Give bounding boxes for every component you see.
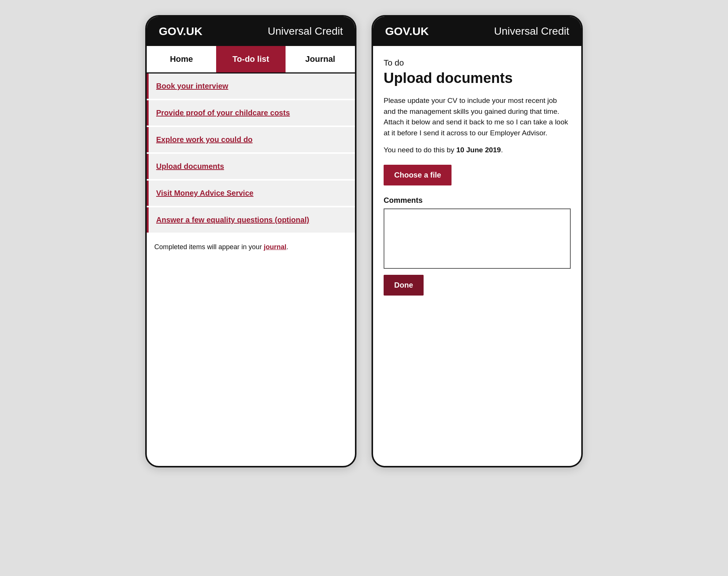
left-phone: GOV.UK Universal Credit Home To-do list … [145,15,356,467]
completed-text-before: Completed items will appear in your [154,243,264,251]
todo-item-childcare: Provide proof of your childcare costs [147,100,355,126]
todo-link-book-interview[interactable]: Book your interview [156,82,228,90]
todo-item-equality: Answer a few equality questions (optiona… [147,207,355,233]
todo-item-explore-work: Explore work you could do [147,127,355,152]
right-phone-content: To do Upload documents Please update you… [373,46,581,466]
todo-item-upload-docs: Upload documents [147,154,355,179]
gov-uk-logo-left: GOV.UK [159,25,203,38]
upload-panel: To do Upload documents Please update you… [373,46,581,308]
deadline-date: 10 June 2019 [456,146,501,154]
tab-journal[interactable]: Journal [286,46,355,72]
todo-list: Book your interview Provide proof of you… [147,74,355,234]
deadline-text: You need to do this by 10 June 2019. [384,146,571,154]
gov-uk-logo-right: GOV.UK [385,25,429,38]
done-button[interactable]: Done [384,275,424,296]
section-label: To do [384,58,571,68]
tab-home[interactable]: Home [147,46,216,72]
comments-section: Comments [384,196,571,269]
todo-item-book-interview: Book your interview [147,74,355,99]
journal-link[interactable]: journal [264,243,286,251]
todo-link-money-advice[interactable]: Visit Money Advice Service [156,189,253,197]
todo-link-childcare[interactable]: Provide proof of your childcare costs [156,109,290,117]
universal-credit-title-left: Universal Credit [268,25,343,37]
todo-item-money-advice: Visit Money Advice Service [147,181,355,206]
todo-link-explore-work[interactable]: Explore work you could do [156,135,253,144]
tab-bar: Home To-do list Journal [147,46,355,74]
right-phone-header: GOV.UK Universal Credit [373,17,581,46]
todo-link-equality[interactable]: Answer a few equality questions (optiona… [156,216,309,224]
universal-credit-title-right: Universal Credit [494,25,569,37]
deadline-prefix: You need to do this by [384,146,456,154]
deadline-suffix: . [501,146,503,154]
tab-todo[interactable]: To-do list [216,46,286,72]
left-phone-content: Home To-do list Journal Book your interv… [147,46,355,466]
completed-text-after: . [286,243,288,251]
completed-note: Completed items will appear in your jour… [147,234,355,260]
right-phone: GOV.UK Universal Credit To do Upload doc… [372,15,583,467]
comments-label: Comments [384,196,571,205]
page-title: Upload documents [384,70,571,86]
choose-file-button[interactable]: Choose a file [384,165,452,185]
todo-link-upload-docs[interactable]: Upload documents [156,162,224,170]
comments-textarea[interactable] [384,208,571,269]
upload-description: Please update your CV to include your mo… [384,95,571,138]
left-phone-header: GOV.UK Universal Credit [147,17,355,46]
